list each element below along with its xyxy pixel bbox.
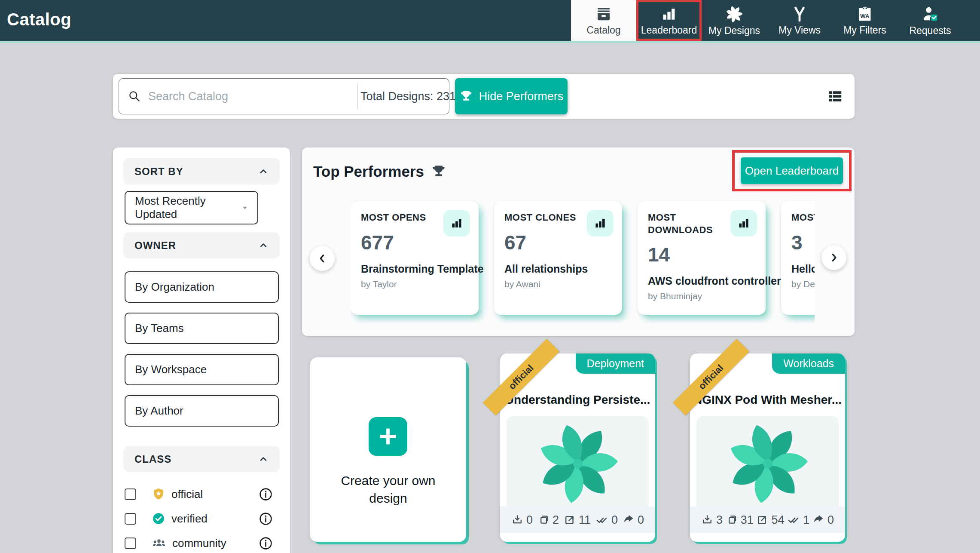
- carousel-next-button[interactable]: [821, 245, 846, 270]
- filter-sidebar: SORT BY Most Recently Updated OWNER By O…: [113, 147, 290, 553]
- community-info-icon[interactable]: [259, 536, 273, 550]
- bar-chart-icon: [661, 6, 677, 22]
- archive-icon: [595, 6, 612, 22]
- page-title: Catalog: [7, 10, 71, 29]
- design-preview: [696, 416, 839, 511]
- design-title: Understanding Persiste...: [500, 393, 655, 407]
- nav-item-my-views[interactable]: My Views: [767, 0, 832, 41]
- shares-stat[interactable]: 0: [623, 513, 644, 527]
- search-box: Total Designs: 231: [119, 78, 449, 114]
- category-badge: Deployment: [576, 353, 655, 374]
- nav-item-my-filters[interactable]: WA My Filters: [832, 0, 898, 41]
- hide-performers-label: Hide Performers: [479, 90, 564, 103]
- kanvas-y-icon: [791, 6, 808, 22]
- clone-icon: [726, 514, 738, 526]
- nav-item-label: Requests: [909, 26, 951, 36]
- nav-item-requests[interactable]: Requests: [898, 0, 963, 41]
- design-name: Brainstorming Template: [361, 263, 468, 275]
- sort-order-value: Most Recently Updated: [135, 194, 240, 221]
- top-performers-title: Top Performers: [313, 163, 424, 180]
- top-navbar: Catalog Catalog Leaderboard: [0, 0, 980, 43]
- search-icon: [128, 89, 141, 103]
- chart-chip: [443, 210, 470, 237]
- class-option-label: verified: [171, 512, 208, 525]
- design-card[interactable]: official Deployment Understanding Persis…: [500, 353, 655, 542]
- filter-by-author-button[interactable]: By Author: [125, 395, 279, 427]
- class-section-header[interactable]: CLASS: [123, 446, 280, 472]
- top-performers-panel: Top Performers Open Leaderboard MOST OPE…: [302, 147, 855, 336]
- leaderboard-highlight-box: Open Leaderboard: [732, 150, 852, 191]
- community-checkbox[interactable]: [125, 538, 136, 549]
- meshery-spiral-logo: [537, 423, 619, 504]
- opens-stat[interactable]: 54: [756, 513, 784, 527]
- filter-by-organization-button[interactable]: By Organization: [125, 271, 279, 303]
- nav-item-label: My Views: [779, 25, 821, 35]
- filter-by-teams-button[interactable]: By Teams: [125, 313, 279, 344]
- deployments-stat[interactable]: 1: [787, 513, 809, 527]
- create-design-card[interactable]: Create your own design: [310, 357, 466, 542]
- carousel-prev-button[interactable]: [310, 246, 335, 271]
- nav-item-label: My Filters: [843, 25, 886, 35]
- deployments-stat[interactable]: 0: [595, 513, 618, 527]
- chart-chip: [730, 210, 757, 237]
- view-list-toggle-button[interactable]: [827, 88, 843, 104]
- bar-chart-icon: [737, 217, 750, 230]
- person-check-icon: [922, 6, 939, 23]
- nav-item-label: My Designs: [708, 26, 760, 36]
- opens-stat[interactable]: 11: [564, 513, 591, 527]
- sort-by-section-header[interactable]: SORT BY: [123, 158, 280, 184]
- metric-label: MOST CLONES: [504, 212, 580, 224]
- meshery-spiral-icon: [726, 6, 743, 23]
- hide-performers-button[interactable]: Hide Performers: [455, 78, 568, 114]
- official-checkbox[interactable]: [125, 488, 136, 500]
- download-icon: [701, 514, 713, 526]
- performer-card-most-downloads[interactable]: MOST DOWNLOADS 14 AWS cloudfront control…: [638, 201, 766, 315]
- open-leaderboard-button[interactable]: Open Leaderboard: [741, 157, 843, 184]
- metric-label: MOST OPENS: [361, 212, 437, 224]
- design-card[interactable]: official Workloads NGINX Pod With Mesher…: [690, 353, 845, 542]
- design-name: AWS cloudfront controller: [648, 275, 755, 287]
- downloads-stat[interactable]: 0: [511, 513, 533, 527]
- design-name: Hello: [791, 263, 815, 275]
- bar-chart-icon: [450, 217, 463, 230]
- nav-item-label: Leaderboard: [641, 25, 697, 35]
- performer-card-most-clones[interactable]: MOST CLONES 67 All relationships by Awan…: [494, 201, 622, 315]
- design-title: NGINX Pod With Mesher...: [690, 393, 845, 407]
- wasm-filter-icon: WA: [857, 6, 873, 22]
- filter-by-workspace-button[interactable]: By Workspace: [125, 354, 279, 385]
- caret-down-icon: [240, 203, 250, 212]
- download-icon: [511, 514, 523, 526]
- chevron-up-icon: [258, 454, 269, 464]
- downloads-stat[interactable]: 3: [701, 513, 723, 527]
- class-option-label: official: [171, 488, 203, 501]
- design-author: by Bhuminjay: [648, 291, 755, 301]
- design-name: All relationships: [504, 263, 612, 275]
- nav-item-my-designs[interactable]: My Designs: [702, 0, 767, 41]
- clones-stat[interactable]: 31: [726, 513, 754, 527]
- share-icon: [623, 514, 635, 526]
- official-info-icon[interactable]: [259, 487, 273, 501]
- sort-order-select[interactable]: Most Recently Updated: [125, 191, 258, 224]
- search-input[interactable]: [147, 89, 357, 104]
- owner-section-header[interactable]: OWNER: [123, 232, 280, 258]
- metric-value: 3: [791, 231, 815, 254]
- community-people-icon: [152, 536, 166, 550]
- verified-info-icon[interactable]: [259, 512, 273, 526]
- clones-stat[interactable]: 2: [537, 513, 559, 527]
- owner-title: OWNER: [134, 240, 176, 252]
- deploy-check-icon: [787, 514, 800, 526]
- performer-card-clipped[interactable]: MOST 3 Hello by De: [781, 201, 815, 315]
- official-shield-icon: [152, 487, 165, 501]
- shares-stat[interactable]: 0: [812, 513, 834, 527]
- performers-carousel: MOST OPENS 677 Brainstorming Template by…: [351, 195, 815, 324]
- nav-item-catalog[interactable]: Catalog: [571, 0, 636, 41]
- nav-item-leaderboard[interactable]: Leaderboard: [636, 0, 702, 41]
- performer-card-most-opens[interactable]: MOST OPENS 677 Brainstorming Template by…: [351, 201, 479, 315]
- plus-icon: [369, 417, 407, 456]
- open-icon: [564, 514, 576, 526]
- verified-checkbox[interactable]: [125, 513, 136, 525]
- chevron-up-icon: [258, 240, 269, 251]
- design-author: by Awani: [504, 279, 612, 289]
- trophy-icon: [431, 164, 446, 179]
- design-stats: 0 2 11 0 0: [500, 507, 655, 533]
